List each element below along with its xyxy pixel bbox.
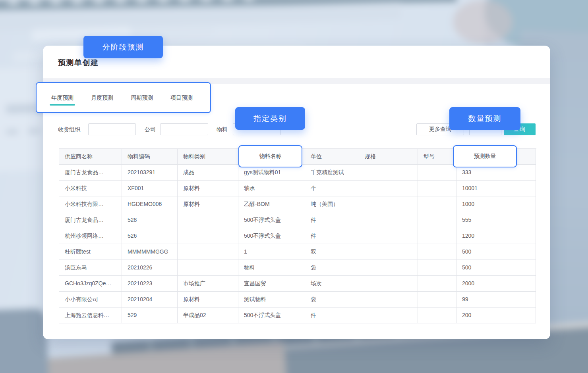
receiving-org-input[interactable] [88,123,136,135]
table-row[interactable]: 小小有限公司20210204原材料测试物料袋99 [59,292,536,308]
material-name-column-header: 物料名称 [259,153,282,160]
table-cell [418,228,456,244]
company-input[interactable] [160,123,208,135]
tab-0[interactable]: 年度预测 [51,94,74,101]
table-cell: 20210223 [122,276,178,292]
table-row[interactable]: 厦门古龙食品…528500不浮式头盖件555 [59,212,536,228]
tab-label: 月度预测 [91,94,113,101]
column-header: 规格 [359,149,418,165]
table-cell: 1 [238,244,305,260]
forecast-qty-highlight-box: 预测数量 [453,145,517,167]
table-row[interactable]: 小米科技有限…HGDEMO006原材料乙醇-BOM吨（美国）1000 [59,196,536,212]
table-cell: 小米科技 [59,181,122,196]
tabs-highlight-box: 年度预测月度预测周期预测项目预测 [36,82,211,113]
table-cell: 555 [456,212,536,228]
tab-3[interactable]: 项目预测 [170,94,193,101]
table-cell: 2000 [456,276,536,292]
tab-label: 项目预测 [170,94,193,101]
table-cell: 原材料 [178,196,238,212]
table-cell [418,244,456,260]
table-row[interactable]: 汤臣东马20210226物料袋500 [59,260,536,276]
table-cell [418,165,456,181]
column-header: 物料类别 [178,149,238,165]
table-row[interactable]: 小米科技XF001原材料轴承个10001 [59,181,536,196]
table-cell: 529 [122,308,178,323]
table-cell: 测试物料 [238,292,305,308]
table-cell: 500不浮式头盖 [238,228,305,244]
table-cell [418,308,456,323]
table-cell: MMMMMMGGG [122,244,178,260]
table-cell: 千克精度测试 [305,165,359,181]
table-cell [178,244,238,260]
table-cell: 526 [122,228,178,244]
table-cell: 厦门古龙食品… [59,165,122,181]
table-cell [178,212,238,228]
table-cell: 202103291 [122,165,178,181]
table-cell: 吨（美国） [305,196,359,212]
active-tab-underline [50,104,75,106]
table-cell: 500 [456,244,536,260]
material-label: 物料 [217,126,228,133]
tab-label: 年度预测 [51,94,74,101]
receiving-org-label: 收货组织 [58,126,80,133]
table-cell [359,228,418,244]
phased-forecast-badge: 分阶段预测 [83,36,163,58]
table-cell: 1000 [456,196,536,212]
table-cell: 原材料 [178,181,238,196]
table-cell: 袋 [305,292,359,308]
company-label: 公司 [145,126,156,133]
quantity-forecast-badge: 数量预测 [449,107,520,130]
table-cell: 小米科技有限… [59,196,122,212]
table-cell [359,308,418,323]
tab-2[interactable]: 周期预测 [131,94,153,101]
table-cell: 件 [305,308,359,323]
table-cell: 500不浮式头盖 [238,308,305,323]
table-cell: HGDEMO006 [122,196,178,212]
screen: 预测单创建 收货组织 公司 物料 更多查询 查询 供应商名称物料编码物料类别物料… [0,0,588,373]
table-cell [359,165,418,181]
column-header: 型号 [418,149,456,165]
table-cell: 厦门古龙食品… [59,212,122,228]
table-cell: 小小有限公司 [59,292,122,308]
table-cell: 宜昌国贸 [238,276,305,292]
table-cell: 件 [305,212,359,228]
table-cell: 500不浮式头盖 [238,212,305,228]
table-cell: 500 [456,260,536,276]
table-cell: 乙醇-BOM [238,196,305,212]
table-cell [418,196,456,212]
table-cell: 场次 [305,276,359,292]
forecast-table: 供应商名称物料编码物料类别物料名称单位规格型号预测数量厦门古龙食品…202103… [59,148,536,323]
column-header: 单位 [305,149,359,165]
forecast-qty-column-header: 预测数量 [474,153,496,160]
table-cell: 原材料 [178,292,238,308]
table-cell [359,244,418,260]
table-cell: 99 [456,292,536,308]
tab-1[interactable]: 月度预测 [91,94,113,101]
table-row[interactable]: 杜昕颐testMMMMMMGGG1双500 [59,244,536,260]
table-cell: 半成品02 [178,308,238,323]
table-cell: 20210204 [122,292,178,308]
table-row[interactable]: 上海甄云信息科…529半成品02500不浮式头盖件200 [59,308,536,323]
table-cell: 1200 [456,228,536,244]
table-cell: GCHo3Jzq0ZQe… [59,276,122,292]
table-cell [418,292,456,308]
table-cell: 袋 [305,260,359,276]
table-cell [359,196,418,212]
table-cell: 轴承 [238,181,305,196]
table-cell: 20210226 [122,260,178,276]
tab-label: 周期预测 [131,94,153,101]
table-cell [178,228,238,244]
table-row[interactable]: GCHo3Jzq0ZQe…20210223市场推广宜昌国贸场次2000 [59,276,536,292]
table-cell: 杭州移领网络… [59,228,122,244]
table-cell: 杜昕颐test [59,244,122,260]
table-row[interactable]: 杭州移领网络…526500不浮式头盖件1200 [59,228,536,244]
material-name-highlight-box: 物料名称 [238,145,302,167]
page-title: 预测单创建 [58,58,99,68]
table-cell [418,181,456,196]
table-cell [418,212,456,228]
specify-category-badge: 指定类别 [235,107,305,130]
table-cell [178,260,238,276]
table-cell: 528 [122,212,178,228]
table-cell: 10001 [456,181,536,196]
table-cell [359,212,418,228]
